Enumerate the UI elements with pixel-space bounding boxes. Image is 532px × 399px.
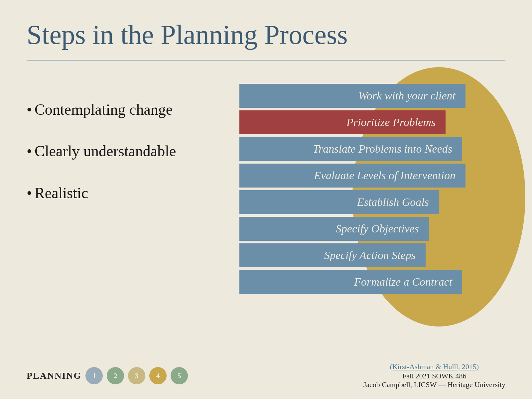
footer-right: (Kirst-Ashman & Hulll, 2015) Fall 2021 S…: [363, 362, 505, 389]
footer-info-1: Fall 2021 SOWK 486: [363, 372, 505, 380]
steps-bars: Work with your client Prioritize Problem…: [239, 80, 505, 294]
main-content: Contemplating change Clearly understanda…: [27, 80, 505, 294]
planning-label: PLANNING: [27, 370, 81, 381]
step-bar-2: Prioritize Problems: [239, 110, 446, 134]
step-bar-4: Evaluate Levels of Intervention: [239, 164, 466, 188]
step-bar-5: Establish Goals: [239, 190, 439, 214]
page-circle-4[interactable]: 4: [149, 367, 167, 384]
footer-info-2: Jacob Campbell, LICSW — Heritage Univers…: [363, 380, 505, 389]
step-bar-1: Work with your client: [239, 84, 466, 108]
step-bar-6: Specify Objectives: [239, 217, 429, 241]
bullet-3: Realistic: [27, 184, 239, 202]
page-circle-1[interactable]: 1: [85, 367, 103, 384]
right-column: Work with your client Prioritize Problem…: [239, 80, 505, 294]
slide: Steps in the Planning Process Contemplat…: [0, 0, 532, 399]
page-circle-2[interactable]: 2: [107, 367, 124, 384]
left-column: Contemplating change Clearly understanda…: [27, 80, 239, 225]
bullet-1: Contemplating change: [27, 100, 239, 119]
bullet-2: Clearly understandable: [27, 142, 239, 160]
step-bar-7: Specify Action Steps: [239, 243, 426, 267]
page-circle-3[interactable]: 3: [128, 367, 145, 384]
step-bar-8: Formalize a Contract: [239, 270, 462, 294]
step-bar-3: Translate Problems into Needs: [239, 137, 462, 161]
page-circle-5[interactable]: 5: [171, 367, 188, 384]
footer: PLANNING 1 2 3 4 5 (Kirst-Ashman & Hulll…: [0, 362, 532, 389]
footer-left: PLANNING 1 2 3 4 5: [27, 367, 188, 384]
slide-title: Steps in the Planning Process: [27, 20, 505, 50]
divider: [27, 60, 505, 61]
citation: (Kirst-Ashman & Hulll, 2015): [363, 362, 505, 371]
